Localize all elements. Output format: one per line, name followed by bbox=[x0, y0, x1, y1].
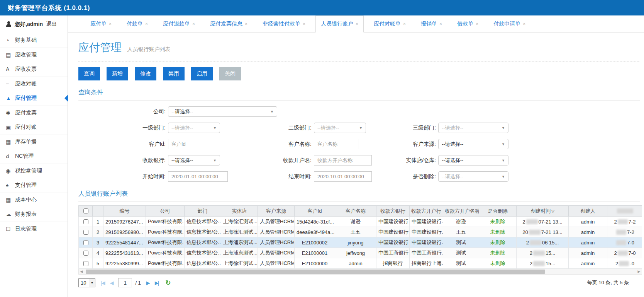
refresh-icon[interactable]: ↻ bbox=[165, 279, 171, 287]
page-size-select[interactable]: 10 ▼ bbox=[78, 278, 95, 287]
column-header-客户来源[interactable]: 客户来源 bbox=[258, 206, 295, 217]
select-all-header[interactable] bbox=[79, 206, 93, 217]
input-结束时间:[interactable]: 2020-10-01 00:00:00 bbox=[314, 171, 372, 182]
sidebar-item-支付管理[interactable]: ♠支付管理 bbox=[0, 178, 68, 193]
select-三级部门:[interactable]: --请选择--▼ bbox=[438, 123, 508, 133]
select-客户来源:[interactable]: --请选择--▼ bbox=[438, 139, 508, 149]
select-公司:[interactable]: --请选择--▼ bbox=[168, 106, 277, 117]
input-客户名称:[interactable]: 客户名称 bbox=[314, 139, 359, 149]
column-header-创建时间[interactable]: 创建时间▽ bbox=[517, 206, 569, 217]
table-row[interactable]: 5922255380999...Power科技有限...信息技术部/公...上海… bbox=[79, 258, 642, 269]
sidebar-item-财务基础[interactable]: ◔财务基础 bbox=[0, 33, 68, 48]
select-是否删除:[interactable]: --请选择--▼ bbox=[438, 171, 508, 182]
column-header-是否删除[interactable]: 是否删除 bbox=[479, 206, 517, 217]
close-icon[interactable]: × bbox=[403, 21, 406, 27]
input-收款开户名:[interactable]: 收款方开户名称 bbox=[314, 155, 372, 166]
table-row[interactable]: 3922255481447...Power科技有限...信息技术部/公...上海… bbox=[79, 237, 642, 248]
close-icon[interactable]: × bbox=[523, 21, 525, 27]
select-收款银行:[interactable]: --请选择--▼ bbox=[168, 155, 220, 166]
tab-报销单[interactable]: 报销单× bbox=[416, 15, 447, 32]
修改-button[interactable]: 修改 bbox=[135, 67, 156, 80]
sidebar-item-NC管理[interactable]: ☌NC管理 bbox=[0, 149, 68, 164]
column-header-收款方开户行[interactable]: 收款方开户行 bbox=[410, 206, 443, 217]
select-value: --请选择-- bbox=[442, 125, 463, 131]
close-icon[interactable]: × bbox=[303, 21, 305, 27]
column-header-客户名称[interactable]: 客户名称 bbox=[335, 206, 376, 217]
close-icon[interactable]: × bbox=[145, 21, 148, 27]
tab-付款单[interactable]: 付款单× bbox=[122, 15, 153, 32]
page-number-input[interactable] bbox=[118, 278, 132, 287]
logout-link[interactable]: 退出 bbox=[46, 21, 57, 28]
sidebar-item-label: 支付管理 bbox=[15, 182, 37, 189]
row-checkbox[interactable] bbox=[83, 230, 88, 235]
sidebar-item-应付发票[interactable]: ✱应付发票 bbox=[0, 106, 68, 121]
horizontal-scrollbar[interactable]: ◀ ▶ bbox=[78, 269, 642, 275]
sidebar-item-应收发票[interactable]: A应收发票 bbox=[0, 62, 68, 77]
close-icon[interactable]: × bbox=[476, 21, 478, 27]
table-row[interactable]: 2291509256980...Power科技有限...信息技术部/公...上海… bbox=[79, 227, 642, 237]
column-label: 部门 bbox=[198, 208, 208, 214]
column-header-创建人[interactable]: 创建人 bbox=[569, 206, 607, 217]
close-icon[interactable]: × bbox=[439, 21, 442, 27]
column-header-收款方银行[interactable]: 收款方银行 bbox=[376, 206, 410, 217]
tab-借款单[interactable]: 借款单× bbox=[452, 15, 483, 32]
close-icon[interactable]: × bbox=[245, 21, 247, 27]
select-一级部门:[interactable]: --请选择--▼ bbox=[168, 123, 220, 133]
select-实体店/仓库:[interactable]: --请选择--▼ bbox=[438, 155, 508, 166]
查询-button[interactable]: 查询 bbox=[78, 67, 100, 80]
table-row[interactable]: 4922255431613...Power科技有限...信息技术部/公...上海… bbox=[79, 248, 642, 258]
column-header-收款方开户名称[interactable]: 收款方开户名称 bbox=[443, 206, 479, 217]
form-field-group: 开始时间:2020-01-01 00:00:00 bbox=[78, 171, 277, 182]
scroll-right-icon[interactable]: ▶ bbox=[636, 270, 642, 273]
created-pre: 2 bbox=[530, 250, 532, 256]
select-二级部门:[interactable]: --请选择--▼ bbox=[314, 123, 366, 133]
sidebar-item-日志管理[interactable]: ☐日志管理 bbox=[0, 222, 68, 237]
启用-button[interactable]: 启用 bbox=[191, 67, 213, 80]
first-page-button[interactable]: |◀ bbox=[101, 280, 104, 286]
sidebar-item-财务报表[interactable]: ☁财务报表 bbox=[0, 207, 68, 222]
column-header-客户Id[interactable]: 客户Id bbox=[295, 206, 335, 217]
close-icon[interactable]: × bbox=[356, 21, 358, 27]
tab-非经营性付款单[interactable]: 非经营性付款单× bbox=[258, 15, 310, 32]
tab-应付退款单[interactable]: 应付退款单× bbox=[158, 15, 200, 32]
column-header-实体店[interactable]: 实体店 bbox=[221, 206, 258, 217]
column-header-公司[interactable]: 公司 bbox=[146, 206, 185, 217]
关闭-button[interactable]: 关闭 bbox=[219, 67, 241, 80]
禁用-button[interactable]: 禁用 bbox=[163, 67, 185, 80]
input-客户Id:[interactable]: 客户Id bbox=[168, 139, 213, 149]
column-header-编号[interactable]: 编号 bbox=[103, 206, 146, 217]
row-checkbox[interactable] bbox=[83, 240, 88, 245]
row-checkbox[interactable] bbox=[83, 261, 88, 266]
tab-付款申请单[interactable]: 付款申请单× bbox=[488, 15, 530, 32]
input-开始时间:[interactable]: 2020-01-01 00:00:00 bbox=[168, 171, 228, 182]
select-all-checkbox[interactable] bbox=[83, 208, 88, 213]
scroll-left-icon[interactable]: ◀ bbox=[79, 270, 84, 273]
row-checkbox[interactable] bbox=[83, 219, 88, 224]
scrollbar-thumb[interactable] bbox=[86, 270, 545, 274]
row-checkbox[interactable] bbox=[83, 251, 88, 256]
tab-应付对账单[interactable]: 应付对账单× bbox=[369, 15, 411, 32]
sidebar-item-应收管理[interactable]: ▤应收管理 bbox=[0, 48, 68, 63]
sidebar-item-税控盘管理[interactable]: ◉税控盘管理 bbox=[0, 164, 68, 179]
column-header-extra[interactable] bbox=[607, 206, 642, 217]
column-header-部门[interactable]: 部门 bbox=[185, 206, 221, 217]
tab-人员银行账户[interactable]: 人员银行账户× bbox=[315, 15, 364, 32]
cell-department: 信息技术部/公... bbox=[185, 227, 221, 237]
close-icon[interactable]: × bbox=[192, 21, 195, 27]
tab-应付单[interactable]: 应付单× bbox=[85, 15, 117, 32]
column-header-extra[interactable] bbox=[93, 206, 103, 217]
tab-应付发票信息[interactable]: 应付发票信息× bbox=[205, 15, 253, 32]
table-row[interactable]: 1291509276247...Power科技有限...信息技术部/公...上海… bbox=[79, 217, 642, 227]
sidebar-item-库存单据[interactable]: ▦库存单据 bbox=[0, 135, 68, 150]
sidebar-item-应收对账[interactable]: ≡应收对账 bbox=[0, 77, 68, 92]
close-icon[interactable]: × bbox=[109, 21, 112, 27]
sidebar-item-应付对账[interactable]: ▣应付对账 bbox=[0, 120, 68, 135]
sidebar-item-成本中心[interactable]: ▦成本中心 bbox=[0, 193, 68, 208]
sort-icon[interactable]: ▽ bbox=[551, 209, 554, 213]
新增-button[interactable]: 新增 bbox=[107, 67, 128, 80]
last-page-button[interactable]: ▶| bbox=[155, 280, 158, 286]
next-page-button[interactable]: ▶ bbox=[146, 280, 149, 286]
prev-page-button[interactable]: ◀ bbox=[110, 280, 113, 286]
column-label: 客户名称 bbox=[346, 208, 366, 214]
sidebar-item-应付管理[interactable]: ▲应付管理 bbox=[0, 91, 68, 106]
